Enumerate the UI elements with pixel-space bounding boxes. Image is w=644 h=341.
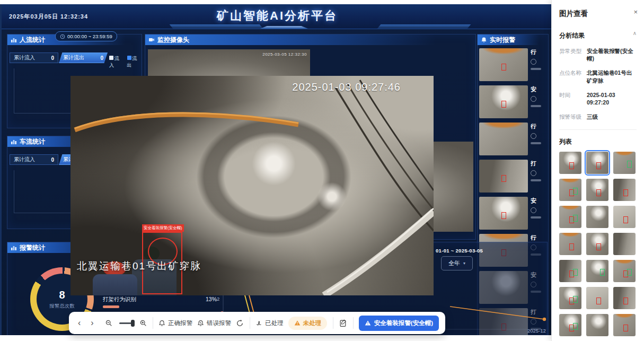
rotate-ccw-icon[interactable] bbox=[236, 319, 244, 327]
detection-label: 安全着装报警(安全帽) bbox=[142, 224, 184, 232]
alarm-item-title: 行 bbox=[531, 234, 548, 242]
panel-title: 人流统计 bbox=[20, 36, 45, 45]
image-thumbnail[interactable] bbox=[586, 260, 608, 282]
flow-tab-label: 累计流入 bbox=[14, 156, 35, 163]
zoom-slider-handle[interactable] bbox=[131, 320, 135, 327]
image-thumbnail[interactable] bbox=[586, 206, 608, 228]
unprocessed-button[interactable]: 未处理 bbox=[288, 317, 328, 330]
flow-tab-value: 0 bbox=[51, 55, 54, 61]
zoom-slider[interactable] bbox=[119, 322, 133, 324]
analysis-field: 异常类型 安全着装报警(安全帽) bbox=[559, 47, 637, 62]
image-thumbnail[interactable] bbox=[613, 260, 636, 282]
bell-x-icon bbox=[197, 320, 204, 327]
analysis-section-title: 分析结果 bbox=[559, 31, 637, 40]
next-image-button[interactable]: › bbox=[88, 319, 96, 327]
list-section-title: 列表 bbox=[559, 137, 637, 146]
flow-legend: 流入 流出 bbox=[109, 55, 142, 69]
zoom-in-icon[interactable] bbox=[140, 320, 147, 327]
alarm-item-subtext bbox=[531, 105, 541, 107]
cable bbox=[336, 88, 434, 231]
image-thumbnail[interactable] bbox=[613, 179, 636, 201]
legend-swatch bbox=[109, 56, 113, 60]
image-thumbnail[interactable] bbox=[559, 179, 581, 201]
alarm-item-text: 打 bbox=[531, 160, 548, 193]
alarm-type-primary-button[interactable]: 安全着装报警(安全帽) bbox=[359, 316, 439, 331]
zoom-out-icon[interactable] bbox=[105, 320, 112, 327]
image-thumbnail[interactable] bbox=[613, 314, 636, 336]
viewer-title: 图片查看 bbox=[559, 9, 637, 19]
bar-chart-icon bbox=[11, 244, 17, 251]
image-thumbnail[interactable] bbox=[586, 314, 608, 336]
image-thumbnail[interactable] bbox=[613, 287, 636, 309]
flow-tab[interactable]: 累计流入 0 bbox=[10, 154, 58, 165]
panel-title: 车流统计 bbox=[20, 137, 45, 146]
divider bbox=[559, 129, 637, 130]
realtime-alarm-item[interactable]: 行 bbox=[479, 48, 548, 81]
collapse-icon[interactable]: ∧ bbox=[633, 30, 637, 36]
realtime-alarm-item[interactable]: 安 bbox=[479, 85, 548, 118]
realtime-alarm-item[interactable]: 安 bbox=[479, 197, 548, 230]
header-bar: 2025年03月05日 12:32:34 矿山智能AI分析平台 bbox=[2, 4, 553, 29]
image-thumbnail[interactable] bbox=[559, 206, 581, 228]
image-thumbnail[interactable] bbox=[613, 233, 636, 255]
note-edit-icon[interactable] bbox=[339, 319, 347, 327]
image-thumbnail[interactable] bbox=[586, 152, 608, 174]
time-range-badge[interactable]: 00:00:00 ~ 23:59:59 bbox=[55, 31, 117, 41]
analysis-field: 点位名称 北翼运输巷01号出矿穿脉 bbox=[559, 69, 637, 84]
alarm-item-subtext bbox=[531, 68, 541, 70]
alarm-item-bullet bbox=[531, 207, 536, 213]
analysis-field: 时间 2025-01-03 09:27:20 bbox=[559, 91, 637, 106]
alarm-thumbnail[interactable] bbox=[479, 197, 528, 230]
image-thumbnail[interactable] bbox=[559, 152, 581, 174]
bar-chart-icon bbox=[11, 138, 17, 145]
image-thumbnail[interactable] bbox=[559, 287, 581, 309]
cable bbox=[347, 83, 434, 209]
wrong-alarm-button[interactable]: 错误报警 bbox=[197, 319, 231, 327]
flow-tab[interactable]: 累计流入 0 bbox=[10, 53, 58, 63]
close-icon[interactable]: × bbox=[633, 8, 638, 16]
alarm-item-subtext bbox=[531, 142, 541, 144]
image-thumbnail[interactable] bbox=[559, 233, 581, 255]
analysis-field: 报警等级 三级 bbox=[559, 113, 637, 120]
realtime-alarm-item[interactable]: 行 bbox=[479, 123, 548, 155]
cable bbox=[360, 80, 434, 190]
flow-tab-value: 0 bbox=[100, 55, 103, 61]
alarm-thumbnail[interactable] bbox=[479, 85, 528, 118]
alarm-thumbnail[interactable] bbox=[479, 160, 528, 193]
wrong-alarm-label: 错误报警 bbox=[207, 319, 231, 327]
alarm-item-title: 安 bbox=[531, 197, 548, 205]
period-select[interactable]: 全年 ▾ bbox=[441, 256, 473, 270]
flow-tab[interactable]: 累计流出 0 bbox=[59, 53, 108, 63]
prev-image-button[interactable]: ‹ bbox=[75, 319, 83, 327]
alarm-item-text: 安 bbox=[531, 197, 548, 230]
image-thumbnail[interactable] bbox=[586, 287, 608, 309]
alarm-image-overlay[interactable]: 2025-01-03 09:27:46 安全着装报警(安全帽) 北翼运输巷01号… bbox=[70, 76, 434, 295]
alarm-item-subtext bbox=[531, 216, 541, 218]
warning-icon bbox=[294, 320, 301, 326]
flow-tab-label: 累计流入 bbox=[14, 54, 35, 62]
legend-item: 流入 bbox=[109, 55, 124, 69]
alarm-thumbnail[interactable] bbox=[479, 48, 528, 81]
camera-icon bbox=[148, 37, 155, 43]
alarm-item-bullet bbox=[531, 59, 536, 65]
correct-alarm-button[interactable]: 正确报警 bbox=[158, 319, 192, 327]
alarm-item-title: 行 bbox=[531, 123, 548, 130]
image-thumbnail[interactable] bbox=[586, 233, 608, 255]
field-label: 报警等级 bbox=[559, 113, 587, 120]
image-thumbnail[interactable] bbox=[613, 152, 636, 174]
panel-title: 监控摄像头 bbox=[157, 36, 189, 45]
processed-button[interactable]: 已处理 bbox=[255, 319, 284, 327]
image-thumbnail[interactable] bbox=[559, 314, 581, 336]
camera-panel-header: 监控摄像头 bbox=[145, 34, 475, 45]
realtime-alarm-item[interactable]: 打 bbox=[479, 160, 548, 193]
alarm-thumbnail[interactable] bbox=[479, 123, 528, 155]
panel-title: 报警统计 bbox=[20, 243, 45, 252]
alarm-icon bbox=[481, 37, 487, 43]
field-label: 点位名称 bbox=[559, 69, 587, 84]
alarm-item-text: 行 bbox=[531, 123, 548, 155]
legend-item: 流出 bbox=[127, 55, 142, 69]
image-thumbnail[interactable] bbox=[559, 260, 581, 282]
signature-icon bbox=[255, 320, 262, 327]
image-thumbnail[interactable] bbox=[613, 206, 636, 228]
image-thumbnail[interactable] bbox=[586, 179, 608, 201]
